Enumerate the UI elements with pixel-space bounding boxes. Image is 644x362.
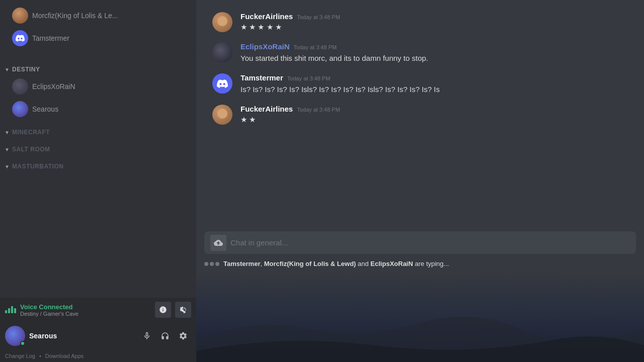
category-minecraft[interactable]: ▼ Minecraft [0, 121, 196, 138]
upload-button[interactable] [210, 235, 226, 251]
channel-list: Morcfiz(King of Lolis & Le... Tamstermer… [0, 0, 196, 298]
category-name-saltroom: salt room [12, 146, 50, 153]
messages-area: FuckerAirlines Today at 3:48 PM ★ ★ ★ ★ … [196, 0, 644, 231]
deafen-button[interactable] [157, 328, 173, 344]
user-info: Searous [5, 326, 57, 346]
chat-input[interactable] [230, 231, 630, 254]
sidebar-item-eclipsxorain[interactable]: EclipsXoRaiN [4, 75, 192, 98]
avatar-eclipsxorain [12, 78, 28, 95]
sidebar-username-eclipsxorain: EclipsXoRaiN [32, 82, 75, 90]
settings-button[interactable] [175, 328, 191, 344]
sidebar-item-searous[interactable]: Searous [4, 98, 192, 120]
message-text-4: ★ ★ [240, 115, 628, 124]
message-author-3: Tamstermer [240, 73, 283, 82]
typing-name-1: Tamstermer [223, 260, 260, 267]
voice-icon-group [155, 302, 191, 318]
message-header-3: Tamstermer Today at 3:48 PM [240, 73, 628, 82]
download-apps-link[interactable]: Download Apps [45, 353, 84, 359]
avatar-searous-sidebar [12, 101, 28, 117]
sidebar-item-tamstermer[interactable]: Tamstermer [4, 27, 192, 49]
voice-channel-name: Destiny / Gamer's Cave [20, 311, 78, 317]
chat-input-area [196, 231, 644, 258]
message-timestamp-4: Today at 3:48 PM [297, 107, 340, 113]
voice-bar-2 [8, 308, 10, 313]
sidebar-username-searous: Searous [32, 105, 58, 113]
table-row: Tamstermer Today at 3:48 PM Is? Is? Is? … [204, 69, 636, 99]
category-name-masturbation: Masturbation [12, 163, 63, 170]
message-timestamp-1: Today at 3:48 PM [297, 14, 340, 20]
footer-separator: • [39, 353, 41, 359]
footer-links: Change Log • Download Apps [0, 350, 196, 362]
chevron-right-icon-minecraft: ▼ [4, 129, 10, 135]
category-name-destiny: Destiny [12, 66, 40, 73]
typing-dots [204, 262, 219, 266]
divider [0, 53, 196, 54]
sidebar-item-morcfiz[interactable]: Morcfiz(King of Lolis & Le... [4, 5, 192, 27]
category-destiny[interactable]: ▼ Destiny [0, 58, 196, 75]
user-area: Searous [0, 322, 196, 350]
avatar-fucker-1 [212, 12, 232, 32]
typing-name-3: EclipsXoRaiN [370, 260, 413, 267]
category-name-minecraft: Minecraft [12, 129, 50, 136]
voice-bar-3 [11, 306, 13, 313]
message-text-3: Is? Is? Is? Is? Is? Isls? Is? Is? Is? Is… [240, 84, 628, 95]
background-area [196, 272, 644, 362]
voice-bar-1 [5, 310, 7, 313]
category-masturbation[interactable]: ▼ Masturbation [0, 155, 196, 172]
typing-dot-3 [215, 262, 219, 266]
typing-text: Tamstermer, Morcfiz(King of Lolis & Lewd… [223, 260, 449, 267]
message-author-2: EclipsXoRaiN [240, 42, 290, 51]
message-author-1: FuckerAirlines [240, 12, 293, 21]
message-content-4: FuckerAirlines Today at 3:48 PM ★ ★ [240, 105, 628, 125]
chevron-right-icon-salt: ▼ [4, 146, 10, 152]
message-content-1: FuckerAirlines Today at 3:48 PM ★ ★ ★ ★ … [240, 12, 628, 32]
sidebar: Morcfiz(King of Lolis & Le... Tamstermer… [0, 0, 196, 362]
typing-name-2: Morcfiz(King of Lolis & Lewd) [264, 260, 356, 267]
message-header-1: FuckerAirlines Today at 3:48 PM [240, 12, 628, 21]
avatar-eclipse-msg [212, 42, 232, 62]
voice-bar-4 [14, 308, 16, 313]
avatar-tamstermer-msg [212, 73, 232, 94]
table-row: EclipsXoRaiN Today at 3:48 PM You starte… [204, 38, 636, 67]
message-timestamp-3: Today at 3:48 PM [287, 75, 331, 81]
voice-connected-bar: Voice Connected Destiny / Gamer's Cave [0, 298, 196, 322]
message-content-2: EclipsXoRaiN Today at 3:48 PM You starte… [240, 42, 628, 63]
message-text-2: You started this shit morc, and its to d… [240, 53, 628, 63]
message-text-1: ★ ★ ★ ★ ★ [240, 23, 628, 32]
message-header-4: FuckerAirlines Today at 3:48 PM [240, 105, 628, 113]
voice-info: Voice Connected Destiny / Gamer's Cave [5, 303, 78, 317]
changelog-link[interactable]: Change Log [5, 353, 35, 359]
current-username: Searous [29, 332, 57, 340]
voice-bars-icon [5, 306, 16, 313]
voice-connected-label: Voice Connected [20, 303, 78, 311]
voice-info-button[interactable] [155, 302, 171, 318]
chevron-down-icon: ▼ [4, 66, 10, 72]
main-content: FuckerAirlines Today at 3:48 PM ★ ★ ★ ★ … [196, 0, 644, 362]
status-indicator [20, 341, 25, 346]
table-row: FuckerAirlines Today at 3:48 PM ★ ★ ★ ★ … [204, 8, 636, 36]
message-author-4: FuckerAirlines [240, 105, 293, 113]
message-content-3: Tamstermer Today at 3:48 PM Is? Is? Is? … [240, 73, 628, 95]
chat-input-wrapper [204, 231, 636, 254]
mute-button[interactable] [139, 328, 155, 344]
typing-dot-2 [210, 262, 214, 266]
table-row: FuckerAirlines Today at 3:48 PM ★ ★ [204, 101, 636, 129]
avatar-fucker-2 [212, 105, 232, 125]
user-controls [139, 328, 191, 344]
avatar-tamstermer-discord [12, 30, 28, 46]
user-avatar [5, 326, 25, 346]
typing-dot-1 [204, 262, 208, 266]
chevron-right-icon-mast: ▼ [4, 163, 10, 169]
category-saltroom[interactable]: ▼ salt room [0, 138, 196, 155]
sidebar-username-morcfiz: Morcfiz(King of Lolis & Le... [32, 12, 118, 20]
typing-indicator: Tamstermer, Morcfiz(King of Lolis & Lewd… [196, 258, 644, 272]
message-header-2: EclipsXoRaiN Today at 3:48 PM [240, 42, 628, 51]
message-timestamp-2: Today at 3:48 PM [294, 44, 337, 50]
voice-text-group: Voice Connected Destiny / Gamer's Cave [20, 303, 78, 317]
voice-disconnect-button[interactable] [175, 302, 191, 318]
avatar-morcfiz [12, 8, 28, 24]
sidebar-username-tamstermer: Tamstermer [32, 34, 69, 42]
